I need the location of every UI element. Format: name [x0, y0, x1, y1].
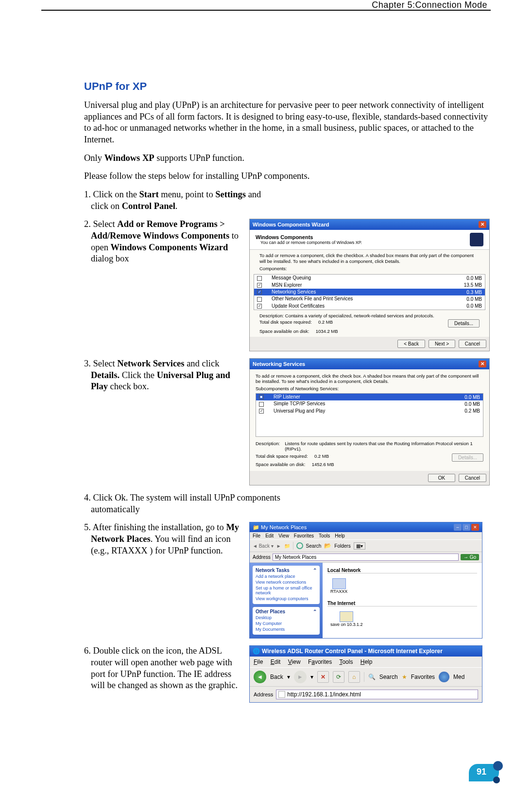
favorites-label[interactable]: Favorites: [411, 674, 435, 680]
dialog-title: Networking Services: [253, 361, 305, 367]
forward-button[interactable]: ►: [294, 671, 307, 683]
media-icon[interactable]: [439, 672, 449, 682]
stop-button[interactable]: ✕: [317, 671, 329, 683]
menu-favorites[interactable]: Favorites: [308, 658, 332, 665]
menu-item[interactable]: Tools: [319, 533, 330, 538]
list-item[interactable]: ✓Update Root Certificates0.0 MB: [254, 303, 485, 310]
list-item[interactable]: ✓Universal Plug and Play0.2 MB: [256, 408, 483, 415]
list-item[interactable]: ✓Networking Services0.3 MB: [254, 289, 485, 295]
views-button[interactable]: ▦▾: [354, 542, 365, 550]
ie-title: Wireless ADSL Router Control Panel - Mic…: [262, 648, 443, 655]
cancel-button[interactable]: Cancel: [459, 474, 486, 482]
favorites-icon[interactable]: ★: [402, 674, 407, 680]
menu-item[interactable]: View: [278, 533, 289, 538]
dialog-buttons: OK Cancel: [250, 471, 489, 485]
description-text: Listens for route updates sent by router…: [285, 441, 483, 451]
close-icon[interactable]: ✕: [479, 361, 486, 367]
search-icon[interactable]: [296, 542, 303, 549]
collapse-icon[interactable]: ⌃: [313, 609, 317, 614]
menu-edit[interactable]: Edit: [271, 658, 281, 665]
step-6: 6. Double click on the icon, the ADSL ro…: [84, 645, 244, 692]
home-button[interactable]: ⌂: [348, 671, 360, 683]
search-label[interactable]: Search: [306, 543, 322, 549]
step-3-row: 3. Select Network Services and click Det…: [84, 358, 490, 485]
list-item[interactable]: ■RIP Listener0.0 MB: [256, 394, 483, 400]
sidebar-place-link[interactable]: My Documents: [256, 627, 317, 632]
search-icon[interactable]: 🔍: [368, 674, 376, 680]
menu-item[interactable]: Favorites: [294, 533, 314, 538]
ok-button[interactable]: OK: [428, 474, 455, 482]
menu-item[interactable]: Help: [335, 533, 345, 538]
ie-menu-bar[interactable]: File Edit View Favorites Tools Help: [250, 657, 482, 667]
minimize-icon[interactable]: –: [454, 524, 462, 531]
forward-button[interactable]: ►: [276, 543, 281, 549]
search-label[interactable]: Search: [379, 674, 398, 680]
section-title: UPnP for XP: [84, 80, 490, 93]
up-button[interactable]: 📁: [284, 543, 290, 549]
back-button[interactable]: ◄: [254, 671, 266, 683]
other-places-panel: Other Places⌃ DesktopMy ComputerMy Docum…: [253, 607, 320, 635]
list-item[interactable]: ✓MSN Explorer13.5 MB: [254, 282, 485, 289]
list-item[interactable]: Other Network File and Print Services0.0…: [254, 295, 485, 302]
group-internet: The Internet: [327, 601, 477, 606]
menu-item[interactable]: Edit: [265, 533, 274, 538]
page-number-badge: 91: [469, 764, 499, 781]
back-button[interactable]: ◄ Back ▾: [253, 543, 274, 549]
menu-file[interactable]: File: [254, 658, 263, 665]
text: Only: [84, 153, 104, 163]
address-box[interactable]: http://192.168.1.1/index.html: [276, 690, 478, 699]
chapter-header: Chapter 5:Connection Mode: [372, 0, 487, 10]
sidebar-task-link[interactable]: View workgroup computers: [256, 596, 317, 601]
follow-paragraph: Please follow the steps below for instal…: [84, 171, 490, 182]
page-content: UPnP for XP Universal plug and play (UPn…: [84, 80, 490, 709]
folder-icon: 📁: [253, 524, 259, 530]
media-label[interactable]: Med: [453, 674, 464, 680]
go-button[interactable]: → Go: [461, 554, 479, 560]
menu-help[interactable]: Help: [360, 658, 373, 665]
network-tasks-panel: Network Tasks⌃ Add a network placeView n…: [253, 566, 320, 604]
top-rule: [41, 10, 491, 11]
subcomponents-list[interactable]: ■RIP Listener0.0 MBSimple TCP/IP Service…: [256, 393, 483, 437]
menu-view[interactable]: View: [288, 658, 301, 665]
text: supports UPnP function.: [154, 153, 244, 163]
page-number: 91: [477, 767, 486, 777]
collapse-icon[interactable]: ⌃: [313, 568, 317, 573]
details-button[interactable]: Details...: [448, 319, 480, 328]
upnp-device-icon[interactable]: RTAXXX: [330, 578, 347, 594]
sidebar-task-link[interactable]: View network connections: [256, 580, 317, 585]
maximize-icon[interactable]: □: [463, 524, 470, 531]
next-button[interactable]: Next >: [429, 340, 455, 348]
ie-logo-icon: 🌐: [253, 648, 260, 655]
details-button: Details...: [452, 453, 483, 462]
menu-item[interactable]: File: [253, 533, 260, 538]
cancel-button[interactable]: Cancel: [459, 340, 486, 348]
forward-dropdown-icon[interactable]: ▾: [310, 674, 313, 680]
close-icon[interactable]: ✕: [471, 524, 479, 531]
folders-label[interactable]: Folders: [334, 543, 350, 549]
address-label: Address: [254, 692, 273, 697]
step-5-row: 5. After finishing the installation, go …: [84, 522, 490, 639]
sidebar-place-link[interactable]: Desktop: [256, 615, 317, 620]
sidebar-task-link[interactable]: Add a network place: [256, 574, 317, 579]
dialog-title: Windows Components Wizard: [253, 222, 329, 227]
text-bold: Windows XP: [104, 153, 154, 163]
components-list[interactable]: Message Queuing0.0 MB✓MSN Explorer13.5 M…: [254, 274, 485, 310]
refresh-button[interactable]: ⟳: [333, 671, 344, 683]
list-item[interactable]: Message Queuing0.0 MB: [254, 275, 485, 281]
address-input[interactable]: [273, 554, 459, 561]
address-value[interactable]: http://192.168.1.1/index.html: [287, 691, 360, 698]
sidebar-place-link[interactable]: My Computer: [256, 621, 317, 626]
network-share-icon[interactable]: save on 10.3.1.2: [330, 611, 363, 627]
list-item[interactable]: Simple TCP/IP Services0.0 MB: [256, 400, 483, 407]
wizard-buttons: < Back Next > Cancel: [250, 337, 489, 351]
close-icon[interactable]: ✕: [479, 221, 486, 228]
back-dropdown-icon[interactable]: ▾: [287, 674, 290, 680]
back-button[interactable]: < Back: [397, 340, 425, 348]
ie-address-bar: Address http://192.168.1.1/index.html: [250, 686, 482, 702]
sidebar-task-link[interactable]: Set up a home or small office network: [256, 586, 317, 595]
back-label[interactable]: Back: [270, 674, 283, 680]
menu-bar[interactable]: FileEditViewFavoritesToolsHelp: [250, 532, 482, 539]
main-pane[interactable]: Local Network RTAXXX The Internet save o…: [323, 563, 482, 639]
menu-tools[interactable]: Tools: [339, 658, 353, 665]
folders-icon[interactable]: 📂: [324, 542, 331, 549]
